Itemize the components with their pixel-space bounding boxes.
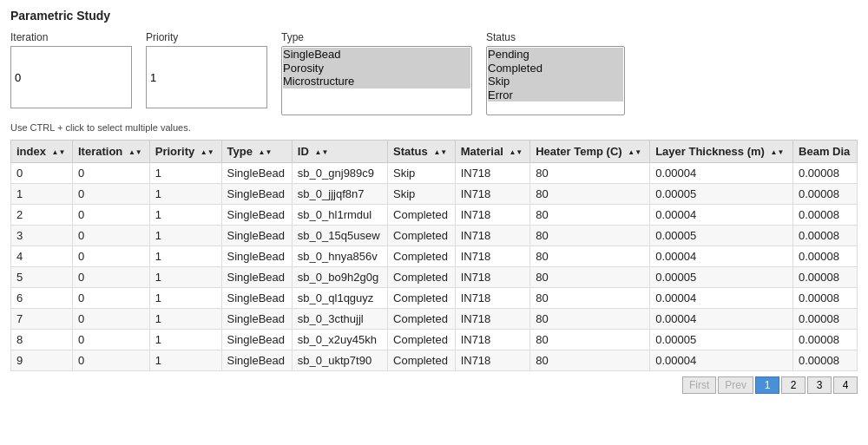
cell-beam_dia: 0.00008 — [793, 205, 858, 226]
col-type[interactable]: Type ▲▼ — [221, 141, 292, 163]
col-status[interactable]: Status ▲▼ — [388, 141, 456, 163]
cell-iteration: 0 — [73, 267, 150, 288]
cell-priority: 1 — [149, 205, 221, 226]
cell-status: Completed — [388, 350, 456, 371]
table-row: 901SingleBeadsb_0_uktp7t90CompletedIN718… — [11, 350, 858, 371]
cell-material: IN718 — [455, 163, 530, 184]
cell-layer_thickness: 0.00005 — [650, 330, 793, 350]
status-filter-group: Status Pending Completed Skip Error — [486, 31, 625, 115]
status-option-completed[interactable]: Completed — [488, 62, 623, 75]
type-label: Type — [281, 31, 472, 43]
cell-type: SingleBead — [221, 350, 292, 371]
status-option-pending[interactable]: Pending — [488, 48, 623, 62]
cell-id: sb_0_uktp7t90 — [292, 350, 387, 371]
col-iteration[interactable]: Iteration ▲▼ — [73, 141, 150, 163]
cell-heater_temp: 80 — [530, 267, 650, 288]
page-2-button[interactable]: 2 — [781, 376, 806, 394]
cell-layer_thickness: 0.00005 — [650, 184, 793, 205]
cell-priority: 1 — [149, 246, 221, 267]
cell-status: Completed — [388, 267, 456, 288]
cell-material: IN718 — [455, 330, 530, 350]
iteration-input[interactable] — [10, 46, 132, 108]
cell-priority: 1 — [149, 226, 221, 246]
cell-status: Skip — [388, 184, 456, 205]
cell-beam_dia: 0.00008 — [793, 309, 858, 330]
cell-index: 9 — [11, 350, 73, 371]
cell-index: 7 — [11, 309, 73, 330]
sort-arrows-status: ▲▼ — [433, 149, 447, 156]
sort-arrows-layer: ▲▼ — [771, 149, 785, 156]
cell-index: 4 — [11, 246, 73, 267]
cell-type: SingleBead — [221, 205, 292, 226]
cell-layer_thickness: 0.00004 — [650, 288, 793, 309]
sort-arrows-material: ▲▼ — [509, 149, 523, 156]
cell-priority: 1 — [149, 163, 221, 184]
first-button[interactable]: First — [682, 376, 716, 394]
pagination: First Prev 1 2 3 4 — [10, 376, 858, 394]
col-heater-temp[interactable]: Heater Temp (C) ▲▼ — [530, 141, 650, 163]
cell-id: sb_0_jjjqf8n7 — [292, 184, 387, 205]
type-option-microstructure[interactable]: Microstructure — [283, 75, 470, 88]
page-title: Parametric Study — [10, 9, 858, 23]
cell-status: Completed — [388, 309, 456, 330]
table-row: 301SingleBeadsb_0_15q5usewCompletedIN718… — [11, 226, 858, 246]
status-option-skip[interactable]: Skip — [488, 75, 623, 88]
cell-beam_dia: 0.00008 — [793, 288, 858, 309]
page-3-button[interactable]: 3 — [807, 376, 832, 394]
table-row: 701SingleBeadsb_0_3cthujjlCompletedIN718… — [11, 309, 858, 330]
cell-index: 2 — [11, 205, 73, 226]
type-select[interactable]: SingleBead Porosity Microstructure — [281, 46, 472, 115]
cell-index: 6 — [11, 288, 73, 309]
cell-material: IN718 — [455, 309, 530, 330]
cell-status: Completed — [388, 226, 456, 246]
cell-status: Completed — [388, 330, 456, 350]
col-beam-dia[interactable]: Beam Dia — [793, 141, 858, 163]
col-layer-thickness[interactable]: Layer Thickness (m) ▲▼ — [650, 141, 793, 163]
priority-label: Priority — [146, 31, 267, 43]
ctrl-hint: Use CTRL + click to select multiple valu… — [10, 122, 858, 133]
cell-material: IN718 — [455, 350, 530, 371]
type-filter-group: Type SingleBead Porosity Microstructure — [281, 31, 472, 115]
col-id[interactable]: ID ▲▼ — [292, 141, 387, 163]
col-index[interactable]: index ▲▼ — [11, 141, 73, 163]
cell-index: 5 — [11, 267, 73, 288]
cell-layer_thickness: 0.00004 — [650, 246, 793, 267]
cell-index: 8 — [11, 330, 73, 350]
cell-layer_thickness: 0.00005 — [650, 226, 793, 246]
prev-button[interactable]: Prev — [718, 376, 753, 394]
cell-beam_dia: 0.00008 — [793, 246, 858, 267]
cell-beam_dia: 0.00008 — [793, 330, 858, 350]
sort-arrows-iteration: ▲▼ — [128, 149, 142, 156]
cell-iteration: 0 — [73, 288, 150, 309]
col-priority[interactable]: Priority ▲▼ — [149, 141, 221, 163]
cell-index: 0 — [11, 163, 73, 184]
col-material[interactable]: Material ▲▼ — [455, 141, 530, 163]
cell-beam_dia: 0.00008 — [793, 226, 858, 246]
page-1-button[interactable]: 1 — [755, 376, 779, 394]
cell-index: 3 — [11, 226, 73, 246]
cell-status: Completed — [388, 246, 456, 267]
cell-iteration: 0 — [73, 350, 150, 371]
table-row: 601SingleBeadsb_0_ql1qguyzCompletedIN718… — [11, 288, 858, 309]
cell-type: SingleBead — [221, 163, 292, 184]
priority-input[interactable] — [146, 46, 267, 108]
status-option-error[interactable]: Error — [488, 88, 623, 102]
status-select[interactable]: Pending Completed Skip Error — [486, 46, 625, 115]
cell-priority: 1 — [149, 184, 221, 205]
table-row: 501SingleBeadsb_0_bo9h2g0gCompletedIN718… — [11, 267, 858, 288]
sort-arrows-type: ▲▼ — [259, 149, 273, 156]
sort-arrows-priority: ▲▼ — [201, 149, 214, 156]
cell-heater_temp: 80 — [530, 246, 650, 267]
cell-id: sb_0_hnya856v — [292, 246, 387, 267]
cell-iteration: 0 — [73, 309, 150, 330]
cell-heater_temp: 80 — [530, 205, 650, 226]
type-option-porosity[interactable]: Porosity — [283, 62, 470, 75]
cell-beam_dia: 0.00008 — [793, 163, 858, 184]
page-4-button[interactable]: 4 — [833, 376, 858, 394]
cell-material: IN718 — [455, 184, 530, 205]
cell-beam_dia: 0.00008 — [793, 350, 858, 371]
cell-id: sb_0_hl1rmdul — [292, 205, 387, 226]
type-option-singlebead[interactable]: SingleBead — [283, 48, 470, 62]
status-label: Status — [486, 31, 625, 43]
cell-heater_temp: 80 — [530, 226, 650, 246]
